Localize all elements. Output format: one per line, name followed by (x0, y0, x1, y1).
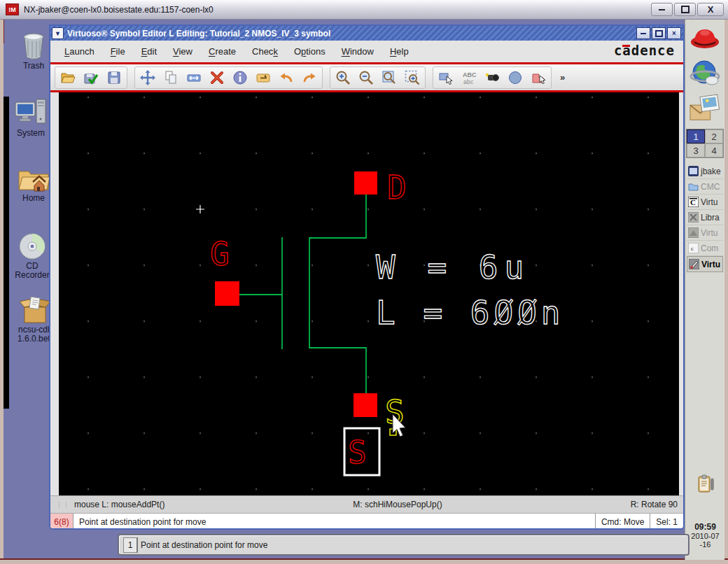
save-icon (106, 69, 122, 86)
menu-file[interactable]: File (111, 46, 125, 57)
email-photos-launcher[interactable] (689, 92, 721, 125)
window-list-item-virtu[interactable]: Virtu (687, 256, 723, 272)
save-button[interactable] (104, 68, 124, 87)
zoom-to-selected-button[interactable] (402, 68, 422, 87)
stretch-button[interactable] (184, 68, 204, 87)
web-browser-launcher[interactable] (689, 57, 721, 90)
virtuoso-minimize-button[interactable] (636, 27, 650, 39)
toolbar-group (55, 66, 127, 89)
window-list-item-libra[interactable]: Libra (687, 210, 723, 225)
selection-button[interactable] (436, 68, 456, 87)
undo-icon (278, 69, 295, 86)
label-drain[interactable]: D (387, 169, 407, 206)
selection-counter: 6(8) (50, 514, 74, 530)
zoom-out-button[interactable] (356, 68, 376, 87)
prompt-bar-window[interactable]: 1 Point at destination point for move (118, 534, 690, 556)
selection-icon (438, 69, 454, 86)
zoom-in-icon (335, 69, 351, 86)
menu-window[interactable]: Window (342, 46, 374, 57)
repeat-button[interactable] (253, 68, 273, 87)
copy-icon (162, 69, 179, 86)
check-and-save-icon (83, 69, 99, 86)
symbol-canvas[interactable]: D G S S W = 6u L = 6ØØn (59, 92, 679, 495)
zoom-fit-button[interactable] (379, 68, 399, 87)
delete-button[interactable] (207, 68, 227, 87)
mouse-left-binding: mouse L: mouseAddPt() (74, 500, 164, 509)
window-menu-icon[interactable]: ▼ (52, 27, 64, 39)
move-button[interactable] (138, 68, 158, 87)
zoom-in-button[interactable] (333, 68, 353, 87)
window-list-item-com[interactable]: cCom (687, 241, 723, 256)
check-and-save-button[interactable] (81, 68, 101, 87)
label-gate[interactable]: G (210, 235, 230, 273)
workspace-2[interactable]: 2 (705, 129, 723, 143)
menubar: LaunchFileEditViewCreateCheckOptionsWind… (50, 41, 683, 62)
status-prompt: Point at destination point for move (74, 514, 595, 530)
menu-launch[interactable]: Launch (64, 46, 94, 57)
clipboard-icon[interactable] (685, 473, 725, 495)
virtuoso-maximize-button[interactable] (652, 27, 666, 39)
window-list-label: jbake (701, 167, 721, 176)
mouse-right-binding: R: Rotate 90 (631, 500, 678, 509)
toolbar-group (330, 66, 426, 89)
nx-minimize-button[interactable] (651, 3, 673, 16)
window-list-label: Libra (701, 213, 720, 223)
polygon-button[interactable] (528, 68, 548, 87)
menu-options[interactable]: Options (294, 46, 326, 57)
workspace-3[interactable]: 3 (687, 143, 705, 157)
redo-button[interactable] (300, 68, 319, 87)
toolbar-group: ABCabc (433, 66, 552, 89)
stretch-icon (186, 69, 202, 86)
zoom-out-icon (358, 69, 374, 86)
label-abc-button[interactable]: ABCabc (459, 68, 479, 87)
cadence-logo-bar (622, 45, 630, 47)
window-list-item-virtu[interactable]: CVirtu (687, 195, 723, 210)
circle-button[interactable] (505, 68, 525, 87)
selection-count: Sel: 1 (650, 514, 683, 530)
menu-view[interactable]: View (173, 46, 192, 57)
menu-edit[interactable]: Edit (141, 46, 157, 57)
prompt-bar-text: Point at destination point for move (141, 540, 267, 550)
nx-window-titlebar[interactable]: !M NX-jbaker@coen-lx0.boisestate.edu:115… (0, 0, 728, 20)
toolbar-overflow-button[interactable]: » (560, 72, 565, 83)
virtuoso-titlebar[interactable]: ▼ Virtuoso® Symbol Editor L Editing: Tut… (50, 26, 683, 41)
gnome-panel: 1234 jbakeCMCCVirtuLibraVirtucComVirtu 0… (685, 20, 724, 560)
copy-button[interactable] (161, 68, 181, 87)
workspace-4[interactable]: 4 (705, 143, 723, 157)
annotation-width[interactable]: W = 6u (376, 248, 530, 286)
window-frame-left (0, 20, 4, 560)
nx-close-button[interactable]: X (697, 3, 724, 16)
window-list-label: CMC (701, 182, 720, 192)
pin-drain[interactable] (354, 171, 377, 195)
pin-button[interactable] (482, 68, 502, 87)
undo-button[interactable] (276, 68, 296, 87)
window-frame-bottom (0, 558, 728, 564)
menu-check[interactable]: Check (252, 46, 278, 57)
circle-icon (507, 69, 524, 86)
svg-text:C: C (690, 198, 696, 206)
pin-source[interactable] (354, 393, 377, 417)
properties-button[interactable] (230, 68, 250, 87)
redhat-menu-launcher[interactable] (689, 22, 721, 55)
workspace-switcher[interactable]: 1234 (686, 129, 724, 158)
workspace-1[interactable]: 1 (687, 129, 705, 143)
panel-clock[interactable]: 09:59 2010-07 -16 (685, 522, 725, 549)
virtuoso-window: ▼ Virtuoso® Symbol Editor L Editing: Tut… (49, 24, 685, 530)
pin-icon (484, 69, 500, 86)
window-list-item-virtu[interactable]: Virtu (687, 225, 723, 241)
window-list-item-cmc[interactable]: CMC (687, 179, 723, 195)
pin-gate[interactable] (215, 281, 239, 306)
zoom-fit-icon (381, 69, 398, 86)
virtuoso-close-button[interactable]: × (667, 27, 681, 39)
annotation-length[interactable]: L = 6ØØn (376, 294, 565, 332)
window-list-item-jbake[interactable]: jbake (687, 164, 723, 179)
nx-window-title: NX-jbaker@coen-lx0.boisestate.edu:1157-c… (24, 5, 214, 15)
current-command: Cmd: Move (595, 514, 650, 530)
screen: !M NX-jbaker@coen-lx0.boisestate.edu:115… (0, 0, 728, 564)
open-button[interactable] (58, 68, 78, 87)
nx-maximize-button[interactable] (674, 3, 696, 16)
minimize-icon (659, 9, 665, 10)
menu-create[interactable]: Create (209, 46, 236, 57)
menu-help[interactable]: Help (390, 46, 409, 57)
window-list: jbakeCMCCVirtuLibraVirtucComVirtu (687, 164, 723, 272)
